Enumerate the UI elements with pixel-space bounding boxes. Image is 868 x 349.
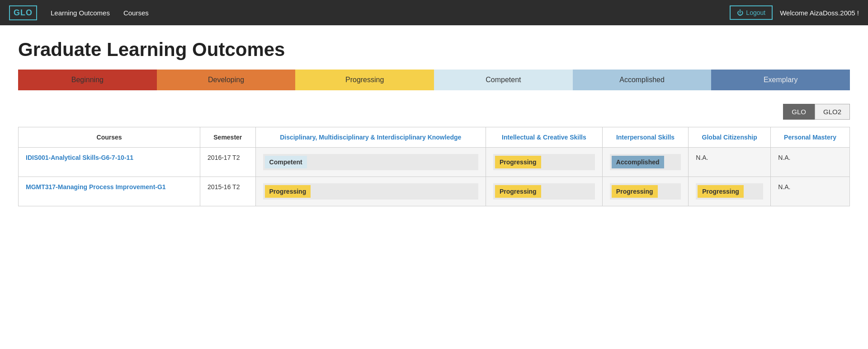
col-header-col4: Global Citizenship [689, 127, 771, 148]
table-cell: Progressing [486, 148, 602, 177]
col-header-col2: Intellectual & Creative Skills [486, 127, 602, 148]
navbar-right: ⏻ Logout Welcome AizaDoss.2005 ! [730, 5, 859, 20]
legend-developing: Developing [157, 70, 296, 90]
semester-value: 2015-16 T2 [208, 183, 240, 191]
table-cell: N.A. [771, 177, 850, 206]
col-header-col3: Interpersonal Skills [602, 127, 688, 148]
table-cell: Progressing [486, 177, 602, 206]
status-badge: Accomplished [612, 156, 664, 168]
col-header-courses: Courses [19, 127, 200, 148]
navbar-left: GLO Learning Outcomes Courses [9, 5, 149, 20]
course-link[interactable]: IDIS001-Analytical Skills-G6-7-10-11 [26, 154, 133, 161]
table-cell: Accomplished [602, 148, 688, 177]
navbar: GLO Learning Outcomes Courses ⏻ Logout W… [0, 0, 868, 25]
welcome-text: Welcome AizaDoss.2005 ! [780, 9, 859, 17]
main-content: Graduate Learning Outcomes Beginning Dev… [0, 25, 868, 220]
table-cell: Competent [255, 148, 486, 177]
power-icon: ⏻ [737, 9, 743, 16]
course-cell: IDIS001-Analytical Skills-G6-7-10-11 [19, 148, 200, 177]
legend-beginning: Beginning [18, 70, 157, 90]
status-badge: Progressing [495, 185, 541, 198]
legend-bar: Beginning Developing Progressing Compete… [18, 70, 850, 90]
table-row: MGMT317-Managing Process Improvement-G12… [19, 177, 850, 206]
table-header-row: Courses Semester Disciplinary, Multidisc… [19, 127, 850, 148]
col-header-col1: Disciplinary, Multidisciplinary & Interd… [255, 127, 486, 148]
page-title: Graduate Learning Outcomes [18, 39, 850, 60]
course-link[interactable]: MGMT317-Managing Process Improvement-G1 [26, 183, 166, 191]
legend-accomplished: Accomplished [573, 70, 712, 90]
status-badge: Progressing [265, 185, 311, 198]
nav-learning-outcomes[interactable]: Learning Outcomes [51, 9, 110, 17]
na-value: N.A. [778, 183, 790, 191]
outcomes-table: Courses Semester Disciplinary, Multidisc… [18, 127, 850, 206]
semester-cell: 2015-16 T2 [200, 177, 255, 206]
table-cell: N.A. [771, 148, 850, 177]
semester-cell: 2016-17 T2 [200, 148, 255, 177]
table-cell: Progressing [602, 177, 688, 206]
semester-value: 2016-17 T2 [208, 154, 240, 161]
na-value: N.A. [696, 154, 708, 161]
status-badge: Progressing [495, 156, 541, 168]
col-header-semester: Semester [200, 127, 255, 148]
col-header-col5: Personal Mastery [771, 127, 850, 148]
table-row: IDIS001-Analytical Skills-G6-7-10-112016… [19, 148, 850, 177]
na-value: N.A. [778, 154, 790, 161]
legend-progressing: Progressing [295, 70, 434, 90]
table-cell: Progressing [689, 177, 771, 206]
toggle-area: GLO GLO2 [18, 104, 850, 120]
table-cell: Progressing [255, 177, 486, 206]
course-cell: MGMT317-Managing Process Improvement-G1 [19, 177, 200, 206]
legend-competent: Competent [434, 70, 573, 90]
glo2-toggle-button[interactable]: GLO2 [815, 104, 850, 120]
nav-courses[interactable]: Courses [123, 9, 149, 17]
glo-toggle-button[interactable]: GLO [783, 104, 815, 120]
table-cell: N.A. [689, 148, 771, 177]
navbar-logo: GLO [9, 5, 37, 20]
status-badge: Competent [265, 156, 307, 168]
status-badge: Progressing [698, 185, 744, 198]
legend-exemplary: Exemplary [711, 70, 850, 90]
logout-button[interactable]: ⏻ Logout [730, 5, 773, 20]
status-badge: Progressing [612, 185, 658, 198]
